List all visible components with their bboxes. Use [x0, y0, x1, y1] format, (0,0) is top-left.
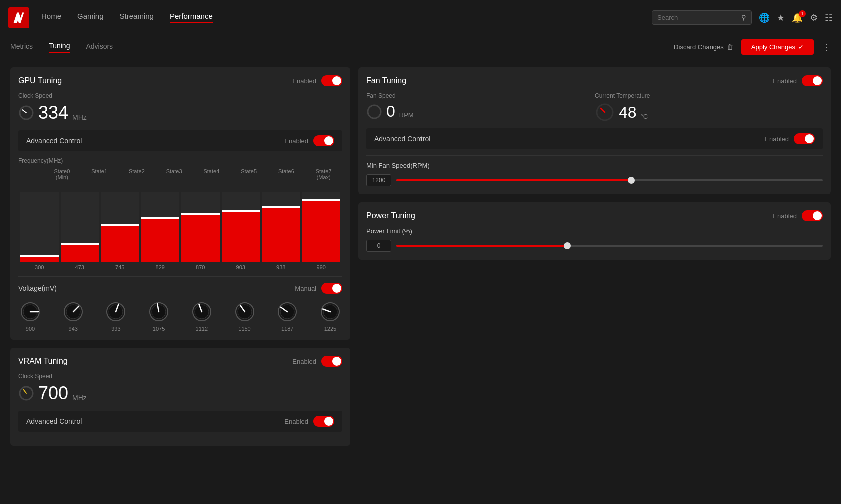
sub-nav-tuning[interactable]: Tuning	[49, 42, 70, 53]
nav-performance[interactable]: Performance	[170, 12, 213, 23]
sub-nav-advisors[interactable]: Advisors	[86, 42, 113, 52]
vram-enabled-label: Enabled	[292, 358, 316, 365]
vram-tuning-toggle[interactable]	[321, 356, 342, 367]
chart-bar-wrapper-2[interactable]	[101, 182, 139, 262]
chart-bar-bg-1	[61, 192, 99, 243]
knob-wrapper-0[interactable]: 900	[18, 300, 42, 332]
knobs-row: 900 943 993 1075 1112 1150 1187	[18, 300, 342, 332]
chart-bar-red-0	[20, 257, 59, 262]
chart-labels-bottom: 300473745829870903938990	[18, 262, 342, 270]
chart-bar-red-2	[101, 226, 139, 262]
knob-wrapper-6[interactable]: 1187	[275, 300, 299, 332]
gpu-enabled-label: Enabled	[292, 77, 316, 85]
vram-advanced-control-toggle[interactable]	[313, 416, 334, 427]
power-limit-thumb[interactable]	[564, 242, 571, 249]
gpu-tuning-title: GPU Tuning	[18, 76, 292, 85]
chart-bar-red-6	[262, 208, 300, 262]
knob-wrapper-2[interactable]: 993	[104, 300, 128, 332]
clock-speed-unit: MHz	[72, 113, 87, 121]
chart-bar-bg-3	[141, 192, 180, 217]
chart-bar-wrapper-1[interactable]	[61, 182, 99, 262]
knob-wrapper-3[interactable]: 1075	[147, 300, 171, 332]
fan-speed-stat: Fan Speed 0 RPM	[366, 92, 595, 122]
knob-wrapper-5[interactable]: 1150	[233, 300, 257, 332]
clock-speed-row: 334 MHz	[18, 102, 342, 123]
globe-icon[interactable]: 🌐	[759, 12, 770, 23]
fan-tuning-toggle[interactable]	[802, 75, 823, 86]
voltage-divider	[18, 276, 342, 277]
power-limit-value: 0	[366, 240, 391, 252]
fan-advanced-control-toggle[interactable]	[794, 133, 815, 144]
top-nav: Home Gaming Streaming Performance ⚲ 🌐 ★ …	[0, 0, 841, 35]
apply-changes-button[interactable]: Apply Changes ✓	[741, 39, 814, 55]
chart-bar-wrapper-3[interactable]	[141, 182, 180, 262]
search-box[interactable]: ⚲	[652, 10, 752, 25]
fan-speed-unit: RPM	[399, 111, 414, 119]
min-fan-speed-thumb[interactable]	[628, 177, 635, 184]
more-options-icon[interactable]: ⋮	[822, 42, 831, 53]
knob-svg-1	[61, 300, 85, 324]
voltage-row: Voltage(mV) Manual	[18, 283, 342, 294]
knob-wrapper-1[interactable]: 943	[61, 300, 85, 332]
min-fan-speed-value: 1200	[366, 174, 391, 186]
knob-svg-5	[233, 300, 257, 324]
frequency-chart: State0 (Min)State1State2State3State4Stat…	[18, 168, 342, 270]
layout-icon[interactable]: ☷	[825, 12, 833, 23]
sub-nav: Metrics Tuning Advisors Discard Changes …	[0, 35, 841, 59]
vram-clock-value: 700	[38, 383, 68, 404]
vram-tuning-header-right: Enabled	[292, 356, 342, 367]
knob-value-7: 1225	[324, 326, 336, 332]
settings-icon[interactable]: ⚙	[810, 12, 818, 23]
frequency-section: Frequency(MHz) State0 (Min)State1State2S…	[18, 157, 342, 270]
nav-gaming[interactable]: Gaming	[77, 12, 104, 23]
chart-label-top-2: State2	[118, 168, 156, 180]
nav-streaming[interactable]: Streaming	[120, 12, 154, 23]
discard-changes-button[interactable]: Discard Changes 🗑	[674, 43, 733, 51]
voltage-toggle[interactable]	[321, 283, 342, 294]
sub-nav-actions: Discard Changes 🗑 Apply Changes ✓ ⋮	[674, 39, 831, 55]
fan-advanced-enabled-label: Enabled	[765, 135, 789, 143]
chart-bar-wrapper-6[interactable]	[262, 182, 300, 262]
knob-value-3: 1075	[153, 326, 165, 332]
svg-point-26	[368, 105, 381, 118]
chart-bar-wrapper-0[interactable]	[20, 182, 59, 262]
chart-label-top-5: State5	[230, 168, 268, 180]
min-fan-speed-track[interactable]	[396, 179, 823, 181]
chart-label-top-1: State1	[81, 168, 118, 180]
star-icon[interactable]: ★	[777, 12, 785, 23]
chart-label-bottom-7: 990	[302, 264, 341, 270]
chart-label-bottom-2: 745	[101, 264, 139, 270]
sub-nav-metrics[interactable]: Metrics	[10, 42, 33, 52]
notification-icon[interactable]: 🔔 1	[792, 12, 803, 23]
left-column: GPU Tuning Enabled Clock Speed 334 MHz A…	[10, 67, 350, 496]
knob-wrapper-7[interactable]: 1225	[318, 300, 342, 332]
power-tuning-card: Power Tuning Enabled Power Limit (%) 0	[358, 202, 831, 260]
nav-home[interactable]: Home	[41, 12, 61, 23]
knob-svg-6	[275, 300, 299, 324]
chart-bar-wrapper-4[interactable]	[181, 182, 220, 262]
knob-svg-0	[18, 300, 42, 324]
power-limit-track[interactable]	[396, 245, 823, 247]
power-tuning-toggle[interactable]	[802, 210, 823, 221]
frequency-title: Frequency(MHz)	[18, 157, 342, 164]
chart-bar-wrapper-5[interactable]	[222, 182, 260, 262]
search-icon[interactable]: ⚲	[741, 14, 746, 21]
min-fan-speed-fill	[396, 179, 631, 181]
fan-stats: Fan Speed 0 RPM Current Temperature	[366, 92, 823, 122]
vram-tuning-card: VRAM Tuning Enabled Clock Speed 700 MHz …	[10, 348, 350, 446]
gpu-tuning-toggle[interactable]	[321, 75, 342, 86]
gpu-advanced-control-toggle[interactable]	[313, 135, 334, 146]
vram-advanced-enabled-label: Enabled	[284, 418, 308, 425]
knob-wrapper-4[interactable]: 1112	[190, 300, 214, 332]
fan-speed-label: Fan Speed	[366, 92, 595, 99]
power-tuning-header-right: Enabled	[773, 210, 823, 221]
min-fan-speed-label: Min Fan Speed(RPM)	[366, 162, 823, 169]
gpu-tuning-header: GPU Tuning Enabled	[18, 75, 342, 86]
knob-value-4: 1112	[196, 326, 208, 332]
knob-svg-2	[104, 300, 128, 324]
vram-advanced-control-right: Enabled	[284, 416, 334, 427]
search-input[interactable]	[657, 14, 737, 21]
fan-speed-dial	[366, 104, 382, 120]
chart-label-top-0: State0 (Min)	[43, 168, 81, 180]
chart-bar-wrapper-7[interactable]	[302, 182, 341, 262]
